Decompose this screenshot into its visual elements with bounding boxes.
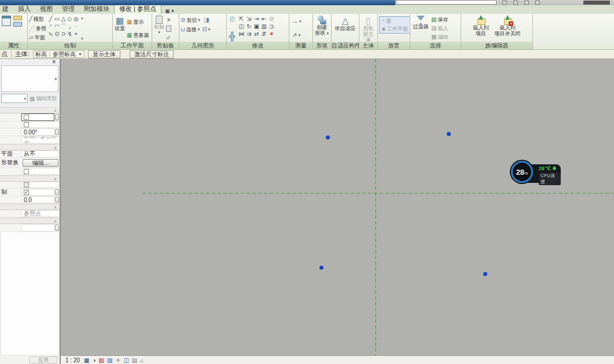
spline-tool-icon[interactable]: ∿ [48,31,53,37]
checkbox-icon[interactable] [24,182,29,187]
mirror-icon[interactable]: ⇲ [247,16,251,22]
section-header[interactable]: » [0,107,60,113]
extend-icon[interactable]: ⇥ [254,16,259,22]
scale-icon[interactable]: ▥ [261,23,266,30]
workplane-viewer-button[interactable]: ▦ 查看器 [127,32,149,39]
section-header[interactable]: » [0,218,60,224]
plane-value[interactable]: 从不 [21,150,60,157]
property-value-checkbox[interactable] [21,168,60,175]
infocenter-search-input[interactable] [396,0,497,5]
rotate-icon[interactable]: ↻ [247,23,251,30]
rendering-icon[interactable]: ☀ [115,357,120,363]
copy-icon[interactable]: ◫ [238,23,244,30]
section-header[interactable]: » [0,175,60,182]
beam-join-icon[interactable]: ⊟ [202,26,207,33]
trim-icon[interactable]: ⇤ [262,16,266,22]
reference-point[interactable] [483,272,487,276]
arc-tangent-tool-icon[interactable]: ⌒ [61,23,67,31]
tab-view[interactable]: 视图 [35,4,57,14]
associate-param-button[interactable] [55,129,59,135]
point-tool-icon[interactable]: • [75,31,78,37]
edit-type-button[interactable]: ▦ 编辑类型 [30,94,58,103]
match-type-icon[interactable]: ⇙ [166,34,171,41]
pick-edge-tool-icon[interactable]: ↯ [67,31,72,37]
place-on-face-button[interactable]: ◔ 面 [381,17,408,24]
move-icon[interactable]: ╬ [229,31,236,41]
associate-param-button[interactable] [55,189,59,195]
dimension-button[interactable]: ↗ ▾ [292,32,311,39]
load-selection-button[interactable]: ▨ 载入 [431,25,448,32]
crop-region-icon[interactable]: ▤ [132,357,137,363]
split-element-icon[interactable]: ⇉ [247,31,251,37]
make-adaptive-button[interactable]: △ 使自适应 [334,15,356,42]
infocenter-icon[interactable] [524,1,529,5]
reference-point[interactable] [447,132,451,136]
associate-param-button[interactable] [55,225,59,230]
measure-between-button[interactable]: ↔ ▾ [292,18,311,25]
apply-button[interactable]: 应用 [30,356,57,363]
property-value-checkbox[interactable] [21,113,54,121]
infocenter-icon[interactable] [535,1,540,5]
swap-icon[interactable]: ⇄ [254,31,259,37]
pick-new-host-button[interactable]: ▯ 拾取 新主体 [361,15,376,42]
draw-model-button[interactable]: ╱ 模型 [29,16,46,23]
join-geometry-button[interactable]: ⊔ 连接 ▾ ⊟ ▾ [181,26,225,33]
cpu-monitor-widget[interactable]: 28% 26℃ CPU温度 [511,161,561,186]
fillet-arc-tool-icon[interactable]: ◞ [69,23,71,30]
shadows-icon[interactable]: ▨ [107,357,112,363]
unpin-icon[interactable]: ⇵ [262,31,266,37]
arc-center-tool-icon[interactable]: ◠ [54,23,60,30]
infocenter-icon[interactable] [502,1,507,5]
properties-button[interactable] [1,15,12,42]
edit-override-button[interactable]: 编辑... [23,159,58,167]
reference-point[interactable] [326,135,330,139]
family-types-button[interactable] [13,15,23,42]
section-header[interactable]: » [0,144,60,150]
cut-geometry-button[interactable]: ⊘ 剪切 ▾ ◨ [181,17,225,24]
arc-start-end-tool-icon[interactable]: ◜ [50,23,52,30]
inscribed-polygon-tool-icon[interactable]: ◇ [68,16,72,22]
circle-tool-icon[interactable]: ◎ [73,16,79,22]
signin-menu[interactable] [583,1,610,5]
offset-value[interactable]: 0.0 [21,196,54,203]
filter-button[interactable]: 过滤器 [411,15,430,42]
pick-lines-tool-icon[interactable]: · [75,23,77,30]
checkbox-icon[interactable] [24,115,29,120]
place-on-workplane-button[interactable]: ◈ 工作平面 [381,25,408,32]
type-selector-preview[interactable]: ▾ [1,65,58,92]
section-header[interactable]: » [0,204,60,210]
host-combo[interactable]: 标高：参照标高 ▼ [33,50,84,58]
split-icon[interactable]: ⊘ [269,16,274,22]
set-workplane-button[interactable]: ▦ 设置 [114,15,126,42]
checkbox-checked-icon[interactable] [24,190,29,195]
detail-level-icon[interactable]: ▦ [84,357,89,363]
edit-selection-button[interactable]: ▩ 编辑 [431,34,448,41]
align-icon[interactable]: ◰ [230,16,235,22]
load-into-project-close-button[interactable]: × 载入到 项目并关闭 [494,15,521,42]
activate-dimensions-button[interactable]: 激活尺寸标注 [130,50,174,58]
array-icon[interactable]: ▣ [253,23,259,30]
tab-create[interactable]: 建 [1,4,13,14]
load-into-project-button[interactable]: 载入到 项目 [473,15,490,42]
copy-to-clipboard-icon[interactable] [166,25,171,32]
mirror-axis-icon[interactable]: ⋈ [238,31,244,37]
close-icon[interactable]: ✕ [52,59,56,65]
scroll-down-icon[interactable]: ▼ [80,37,84,41]
crop-view-icon[interactable]: ◫ [123,357,128,363]
checkbox-icon[interactable] [24,122,29,127]
create-form-button[interactable]: 创建 形状 ▾ [314,15,329,42]
property-value-checkbox[interactable] [21,122,60,128]
infocenter-icon[interactable] [513,1,518,5]
view-scale[interactable]: 1 : 20 [65,357,80,363]
type-selector-combo[interactable]: ▾ [1,94,28,103]
partial-ellipse-tool-icon[interactable]: ⊃ [61,31,65,37]
delete-icon[interactable]: × [270,31,273,37]
polygon-tool-icon[interactable]: △ [61,16,66,22]
tab-manage[interactable]: 管理 [57,4,79,14]
tab-addins[interactable]: 附加模块 [79,4,114,14]
drawing-canvas[interactable]: 28% 26℃ CPU温度 [61,59,614,355]
scroll-up-icon[interactable]: ▲ [80,16,84,20]
property-value-checkbox[interactable] [21,182,60,188]
offset-icon[interactable]: ⇱ [239,16,244,22]
save-selection-button[interactable]: ▧ 保存 [431,16,448,23]
